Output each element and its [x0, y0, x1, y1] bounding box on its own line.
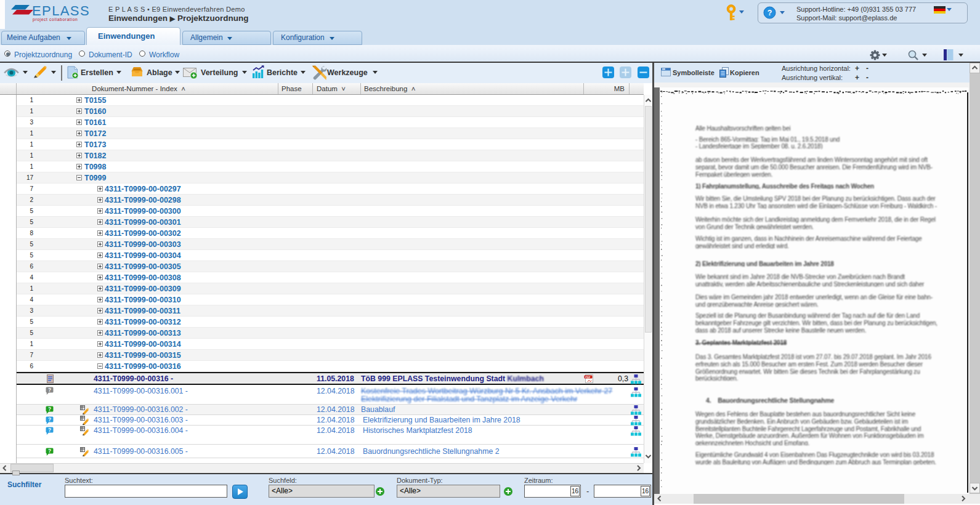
- svg-text:?: ?: [48, 427, 51, 433]
- svg-text:?: ?: [48, 448, 51, 454]
- svg-text:?: ?: [48, 416, 51, 422]
- svg-text:?: ?: [48, 387, 51, 393]
- svg-text:?: ?: [48, 406, 51, 412]
- svg-text:EPLASS: EPLASS: [32, 3, 90, 18]
- svg-text:project collaboration: project collaboration: [33, 17, 78, 22]
- svg-text:?: ?: [767, 9, 772, 17]
